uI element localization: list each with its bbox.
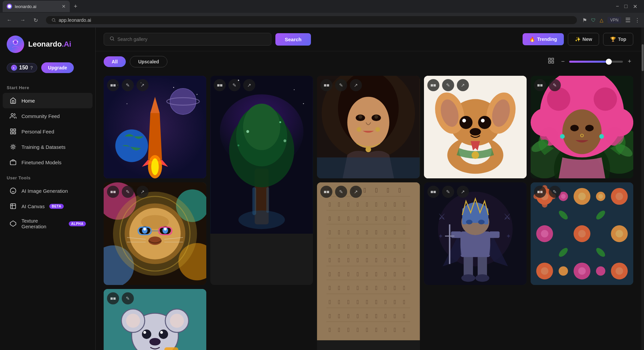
address-bar[interactable]: app.leonardo.ai	[46, 16, 577, 24]
gallery-item-9[interactable]: ■■ ✎	[531, 182, 633, 285]
remix-btn-10[interactable]: ■■	[107, 292, 119, 304]
gallery-item-3[interactable]: ■■ ✎ ↗	[317, 76, 420, 178]
back-button[interactable]: ←	[4, 16, 15, 24]
logo-avatar	[7, 36, 24, 53]
remix-btn-4[interactable]: ■■	[427, 79, 439, 91]
help-icon[interactable]: ?	[30, 65, 33, 70]
edit-btn-2[interactable]: ✎	[228, 79, 240, 91]
remix-btn-7[interactable]: ■■	[320, 186, 332, 198]
expand-btn-6[interactable]: ↗	[137, 186, 149, 198]
edit-btn-1[interactable]: ✎	[122, 79, 134, 91]
svg-text:𓬀: 𓬀	[403, 327, 406, 333]
expand-btn-2[interactable]: ↗	[243, 79, 255, 91]
gallery-item-7[interactable]: 𓀀 𓁀 𓂀 𓃀 𓄀 𓅀 𓆀 𓇋𓈖𓉐𓊪𓋴𓌀𓍯𓎛𓏊 𓐍𓑁𓒀𓓀𓔀𓕀𓖀	[317, 182, 420, 350]
all-tab[interactable]: All	[104, 56, 126, 67]
svg-text:𓓀: 𓓀	[357, 215, 359, 222]
edit-btn-4[interactable]: ✎	[442, 79, 454, 91]
upgrade-button[interactable]: Upgrade	[41, 62, 74, 73]
sidebar-item-training[interactable]: Training & Datasets	[3, 139, 93, 155]
gallery-item-6[interactable]: ■■ ✎ ↗	[104, 182, 206, 285]
search-button[interactable]: Search	[275, 33, 311, 46]
svg-text:𓉐: 𓉐	[347, 201, 350, 208]
community-icon	[9, 112, 17, 120]
svg-point-244	[461, 274, 475, 282]
tab-close-button[interactable]: ✕	[62, 4, 66, 9]
svg-text:𓐀: 𓐀	[394, 285, 396, 292]
new-tab-button[interactable]: +	[71, 2, 80, 11]
active-tab[interactable]: leonardo.ai ✕	[3, 1, 70, 12]
gallery-item-5[interactable]: ■■ ✎	[531, 76, 633, 178]
svg-rect-11	[11, 132, 13, 134]
new-button[interactable]: ✨ New	[568, 33, 599, 46]
sidebar-item-ai-image[interactable]: AI Image Generation	[3, 183, 93, 198]
remix-btn-8[interactable]: ■■	[427, 186, 439, 198]
top-button[interactable]: 🏆 Top	[603, 33, 633, 46]
svg-text:𓕀: 𓕀	[357, 299, 359, 305]
expand-btn-4[interactable]: ↗	[457, 79, 469, 91]
expand-btn-8[interactable]: ↗	[457, 186, 469, 198]
edit-btn-9[interactable]: ✎	[549, 186, 561, 198]
sidebar-item-ai-canvas[interactable]: AI Canvas BETA	[3, 198, 93, 214]
sidebar-item-finetuned[interactable]: Finetuned Models	[3, 155, 93, 170]
svg-point-20	[110, 37, 113, 40]
edit-btn-6[interactable]: ✎	[122, 186, 134, 198]
svg-text:𓑁: 𓑁	[338, 215, 340, 222]
window-minimize[interactable]: −	[616, 3, 619, 9]
edit-btn-8[interactable]: ✎	[442, 186, 454, 198]
sidebar-item-personal-feed[interactable]: Personal Feed	[3, 124, 93, 139]
forward-button[interactable]: →	[17, 16, 28, 24]
window-restore[interactable]: □	[624, 3, 628, 9]
grid-view-button[interactable]	[546, 55, 556, 68]
sidebar-item-texture[interactable]: Texture Generation ALPHA	[3, 214, 93, 233]
remix-btn-5[interactable]: ■■	[534, 79, 546, 91]
gallery-item-10[interactable]: ■■ ✎	[104, 289, 206, 350]
svg-text:𓝀: 𓝀	[366, 229, 369, 236]
svg-point-67	[366, 147, 371, 153]
svg-text:𓁀: 𓁀	[338, 271, 340, 278]
svg-text:𓏀: 𓏀	[385, 285, 387, 292]
view-controls: − +	[546, 55, 633, 68]
edit-btn-7[interactable]: ✎	[335, 186, 347, 198]
gallery-item-8[interactable]: ⚔ ⚔ ✦ ✦	[424, 182, 527, 285]
expand-btn-7[interactable]: ↗	[350, 186, 362, 198]
gallery-item-2[interactable]: ■■ ✎ ↗	[210, 76, 313, 285]
logo-area: Leonardo.Ai	[0, 33, 95, 60]
zoom-out-button[interactable]: −	[559, 56, 567, 67]
gallery-item-1[interactable]: ■■ ✎ ↗	[104, 76, 206, 178]
trending-button[interactable]: 🔥 Trending	[523, 33, 564, 45]
remix-btn-2[interactable]: ■■	[214, 79, 226, 91]
svg-text:𓔀: 𓔀	[347, 299, 350, 305]
zoom-in-button[interactable]: +	[626, 56, 633, 67]
svg-text:𓗀: 𓗀	[394, 215, 396, 222]
remix-btn-3[interactable]: ■■	[320, 79, 332, 91]
search-input[interactable]	[117, 37, 266, 42]
vpn-badge[interactable]: VPN	[607, 17, 621, 23]
remix-btn-9[interactable]: ■■	[534, 186, 546, 198]
upscaled-tab[interactable]: Upscaled	[130, 56, 167, 67]
edit-btn-5[interactable]: ✎	[549, 79, 561, 91]
tab-title: leonardo.ai	[15, 4, 59, 9]
reload-button[interactable]: ↻	[31, 16, 41, 25]
scroll-thumb[interactable]	[642, 44, 644, 71]
edit-btn-10[interactable]: ✎	[122, 292, 134, 304]
menu-icon[interactable]: ⋮	[635, 17, 640, 23]
svg-text:𓡀: 𓡀	[385, 313, 387, 319]
edit-btn-3[interactable]: ✎	[335, 79, 347, 91]
expand-btn-3[interactable]: ↗	[350, 79, 362, 91]
window-close[interactable]: ✕	[633, 3, 637, 10]
svg-point-81	[470, 128, 481, 135]
expand-btn-1[interactable]: ↗	[137, 79, 149, 91]
sidebar-item-community-feed[interactable]: Community Feed	[3, 108, 93, 124]
svg-rect-246	[460, 231, 490, 257]
svg-point-118	[164, 228, 167, 230]
svg-text:𓪀: 𓪀	[385, 327, 387, 333]
zoom-slider[interactable]	[569, 61, 623, 63]
gallery-item-4[interactable]: ■■ ✎ ↗	[424, 76, 527, 178]
svg-text:𓜀: 𓜀	[357, 229, 359, 236]
remix-btn-1[interactable]: ■■	[107, 79, 119, 91]
remix-btn-6[interactable]: ■■	[107, 186, 119, 198]
sidebar-toggle[interactable]: ☰	[625, 16, 631, 24]
bookmark-icon[interactable]: ⚑	[582, 17, 587, 23]
sidebar-item-home[interactable]: Home	[3, 93, 93, 108]
tab-bar: leonardo.ai ✕ + − □ ✕	[0, 0, 644, 13]
